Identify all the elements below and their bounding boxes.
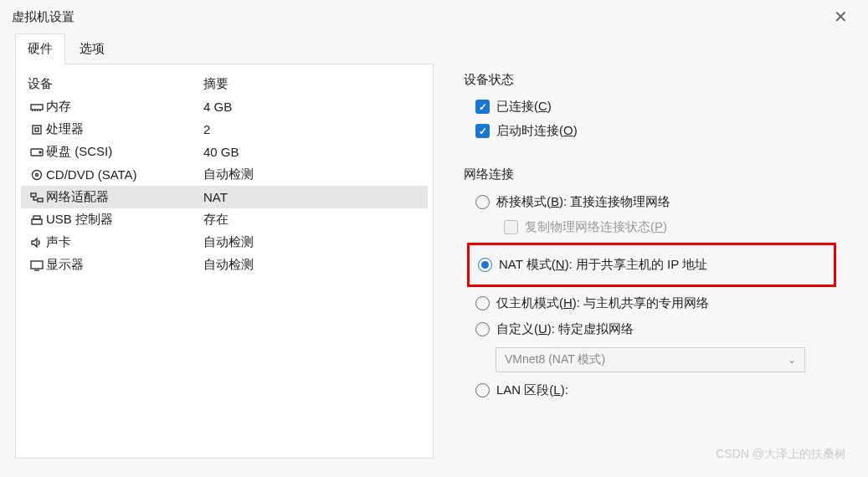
bridge-copy-checkbox bbox=[504, 220, 518, 234]
host-only-radio-row[interactable]: 仅主机模式(H): 与主机共享的专用网络 bbox=[464, 290, 836, 316]
svg-rect-11 bbox=[31, 193, 36, 197]
device-label: USB 控制器 bbox=[46, 212, 203, 228]
nat-radio-row[interactable]: NAT 模式(N): 用于共享主机的 IP 地址 bbox=[478, 252, 829, 278]
connect-on-start-row[interactable]: 启动时连接(O) bbox=[464, 119, 836, 143]
device-summary: 自动检测 bbox=[203, 234, 421, 250]
device-row[interactable]: CD/DVD (SATA)自动检测 bbox=[21, 163, 428, 186]
nat-highlight: NAT 模式(N): 用于共享主机的 IP 地址 bbox=[467, 243, 836, 287]
sound-icon bbox=[28, 237, 46, 249]
svg-rect-14 bbox=[32, 219, 42, 224]
nat-label: NAT 模式(N): 用于共享主机的 IP 地址 bbox=[499, 257, 707, 273]
content-area: 设备 摘要 内存4 GB处理器2硬盘 (SCSI)40 GBCD/DVD (SA… bbox=[0, 64, 868, 474]
bridge-copy-row: 复制物理网络连接状态(P) bbox=[464, 215, 836, 239]
lan-label: LAN 区段(L): bbox=[496, 382, 568, 398]
custom-radio-row[interactable]: 自定义(U): 特定虚拟网络 bbox=[464, 316, 836, 342]
device-row[interactable]: 显示器自动检测 bbox=[21, 254, 428, 276]
device-list-header: 设备 摘要 bbox=[21, 73, 428, 95]
connected-checkbox[interactable] bbox=[475, 100, 490, 114]
lan-radio-row[interactable]: LAN 区段(L): bbox=[464, 377, 836, 403]
close-icon[interactable]: ✕ bbox=[825, 3, 856, 30]
device-summary: 40 GB bbox=[203, 145, 421, 159]
svg-point-8 bbox=[39, 151, 41, 153]
device-row[interactable]: 声卡自动检测 bbox=[21, 231, 428, 254]
svg-rect-0 bbox=[31, 105, 43, 110]
device-label: 内存 bbox=[46, 99, 203, 115]
device-label: 硬盘 (SCSI) bbox=[46, 144, 203, 160]
custom-label: 自定义(U): 特定虚拟网络 bbox=[496, 321, 634, 337]
device-label: 显示器 bbox=[46, 257, 203, 273]
device-summary: 2 bbox=[203, 122, 421, 136]
network-icon bbox=[28, 192, 46, 203]
memory-icon bbox=[28, 101, 46, 113]
device-row[interactable]: USB 控制器存在 bbox=[21, 208, 428, 231]
settings-panel: 设备状态 已连接(C) 启动时连接(O) 网络连接 桥接模式(B): 直接连接物… bbox=[434, 64, 853, 459]
cpu-icon bbox=[28, 124, 46, 136]
device-row[interactable]: 处理器2 bbox=[21, 118, 428, 141]
tab-bar: 硬件 选项 bbox=[0, 33, 868, 64]
device-label: CD/DVD (SATA) bbox=[46, 167, 203, 182]
device-status-title: 设备状态 bbox=[464, 72, 836, 88]
tab-hardware[interactable]: 硬件 bbox=[15, 33, 65, 64]
svg-rect-12 bbox=[38, 198, 43, 202]
device-row[interactable]: 内存4 GB bbox=[21, 95, 428, 118]
device-label: 声卡 bbox=[46, 234, 203, 250]
device-summary: 存在 bbox=[203, 212, 421, 228]
lan-radio[interactable] bbox=[475, 383, 490, 398]
connected-row[interactable]: 已连接(C) bbox=[464, 95, 836, 119]
watermark: CSDN @大泽上的扶桑树 bbox=[716, 447, 846, 462]
connect-on-start-label: 启动时连接(O) bbox=[496, 123, 578, 139]
svg-rect-6 bbox=[35, 128, 39, 131]
custom-network-value: VMnet8 (NAT 模式) bbox=[505, 352, 605, 367]
device-summary: 4 GB bbox=[203, 100, 421, 114]
device-label: 处理器 bbox=[46, 121, 203, 137]
svg-point-10 bbox=[36, 173, 39, 176]
host-only-label: 仅主机模式(H): 与主机共享的专用网络 bbox=[496, 295, 709, 311]
display-icon bbox=[28, 259, 46, 271]
bridge-copy-label: 复制物理网络连接状态(P) bbox=[525, 219, 667, 235]
chevron-down-icon: ⌄ bbox=[788, 354, 796, 366]
svg-rect-5 bbox=[33, 126, 41, 134]
window-title: 虚拟机设置 bbox=[12, 9, 825, 25]
device-list-panel: 设备 摘要 内存4 GB处理器2硬盘 (SCSI)40 GBCD/DVD (SA… bbox=[15, 64, 434, 459]
svg-rect-15 bbox=[31, 261, 43, 269]
header-device: 设备 bbox=[28, 76, 203, 92]
bridge-label: 桥接模式(B): 直接连接物理网络 bbox=[496, 194, 670, 210]
usb-icon bbox=[28, 214, 46, 226]
custom-radio[interactable] bbox=[475, 322, 490, 336]
device-row[interactable]: 网络适配器NAT bbox=[21, 186, 428, 208]
disk-icon bbox=[28, 146, 46, 158]
device-summary: 自动检测 bbox=[203, 257, 421, 273]
nat-radio[interactable] bbox=[478, 258, 492, 272]
device-summary: NAT bbox=[203, 190, 421, 204]
network-title: 网络连接 bbox=[464, 167, 836, 182]
bridge-radio[interactable] bbox=[475, 195, 490, 209]
connected-label: 已连接(C) bbox=[496, 99, 552, 115]
device-summary: 自动检测 bbox=[203, 167, 421, 182]
bridge-radio-row[interactable]: 桥接模式(B): 直接连接物理网络 bbox=[464, 189, 836, 215]
tab-options[interactable]: 选项 bbox=[67, 33, 117, 64]
cd-icon bbox=[28, 169, 46, 181]
network-section: 网络连接 桥接模式(B): 直接连接物理网络 复制物理网络连接状态(P) NAT… bbox=[464, 167, 836, 403]
connect-on-start-checkbox[interactable] bbox=[475, 124, 490, 138]
custom-network-select[interactable]: VMnet8 (NAT 模式) ⌄ bbox=[496, 347, 805, 372]
device-row[interactable]: 硬盘 (SCSI)40 GB bbox=[21, 141, 428, 163]
device-label: 网络适配器 bbox=[46, 189, 203, 205]
header-summary: 摘要 bbox=[203, 76, 421, 92]
title-bar: 虚拟机设置 ✕ bbox=[0, 0, 868, 33]
svg-point-9 bbox=[33, 170, 42, 179]
host-only-radio[interactable] bbox=[475, 296, 490, 310]
